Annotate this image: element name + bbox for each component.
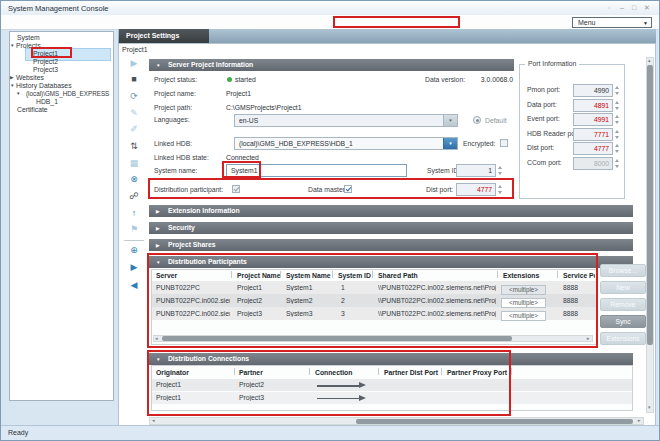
- linked-hdb-label: Linked HDB:: [154, 140, 192, 147]
- cell-extensions[interactable]: <multiple>: [501, 285, 546, 295]
- main-vscrollbar-thumb[interactable]: [647, 65, 653, 345]
- linked-hdb-state-value: Connected: [226, 154, 259, 161]
- save-project-icon[interactable]: ▦: [122, 158, 146, 168]
- ccom-port-input[interactable]: 8000: [573, 157, 613, 170]
- col-partner[interactable]: Partner: [239, 369, 263, 376]
- forward-icon[interactable]: ▶: [122, 262, 146, 272]
- status-bar: Ready: [1, 425, 659, 440]
- data-version-value: 3.0.0068.0: [469, 76, 513, 83]
- participants-hscrollbar-thumb[interactable]: [162, 336, 512, 341]
- toolbar-separator: [124, 240, 144, 241]
- section-project-shares[interactable]: ▶ Project Shares: [149, 239, 633, 251]
- system-name-input[interactable]: System1: [226, 164, 407, 177]
- system-id-spinner[interactable]: [497, 164, 504, 177]
- link-hdb-icon[interactable]: ☍: [122, 191, 146, 201]
- system-id-input[interactable]: 1: [456, 164, 496, 177]
- default-radio[interactable]: [473, 116, 481, 124]
- event-port-spinner[interactable]: [614, 113, 621, 126]
- pmon-port-spinner[interactable]: [614, 84, 621, 97]
- cell-project: Project1: [237, 284, 281, 291]
- restart-project-icon[interactable]: ⟳: [122, 91, 146, 101]
- section-distribution-connections[interactable]: ▼ Distribution Connections: [149, 353, 633, 365]
- sync-button[interactable]: Sync: [600, 315, 646, 328]
- scroll-left-icon[interactable]: ◄: [151, 418, 155, 424]
- languages-combobox[interactable]: en-US ▼: [234, 114, 458, 127]
- start-project-icon[interactable]: ▶: [122, 58, 146, 68]
- scroll-up-icon[interactable]: ▲: [647, 58, 651, 64]
- project-path-value: C:\GMSProjects\Project1: [226, 104, 302, 111]
- hdb-reader-port-input[interactable]: 7771: [573, 128, 613, 141]
- expanded-arrow-icon[interactable]: ▼: [10, 91, 22, 96]
- col-system-name[interactable]: System Name: [286, 272, 331, 279]
- encrypted-label: Encrypted:: [463, 140, 496, 147]
- col-service-port[interactable]: Service Po: [563, 272, 595, 279]
- cell-service-port: 8888: [563, 284, 591, 291]
- event-port-input[interactable]: 4991: [573, 113, 613, 126]
- dist-port-input[interactable]: 4777: [456, 183, 496, 196]
- browse-button[interactable]: Browse...: [600, 264, 646, 277]
- upgrade-project-icon[interactable]: ⇅: [122, 141, 146, 151]
- maximize-icon[interactable]: □: [628, 3, 640, 13]
- col-partner-dist-port[interactable]: Partner Dist Port: [384, 369, 438, 376]
- section-extension-information[interactable]: ▶ Extension Information: [149, 205, 633, 217]
- status-text: Ready: [8, 429, 28, 436]
- pin-icon[interactable]: ⚑: [122, 224, 146, 234]
- section-security[interactable]: ▶ Security: [149, 222, 633, 234]
- tab-project-settings[interactable]: Project Settings: [119, 29, 209, 43]
- main-hscrollbar-thumb[interactable]: [356, 419, 633, 424]
- data-master-checkbox[interactable]: [344, 185, 352, 193]
- extensions-button[interactable]: Extensions: [600, 332, 646, 345]
- minimize-icon[interactable]: –: [616, 3, 628, 13]
- col-server[interactable]: Server: [156, 272, 177, 279]
- collapsed-arrow-icon: ▶: [156, 240, 166, 252]
- dist-port-group-spinner[interactable]: [614, 142, 621, 155]
- pmon-port-input[interactable]: 4990: [573, 84, 613, 97]
- col-shared-path[interactable]: Shared Path: [378, 272, 418, 279]
- tree-item-certificate[interactable]: Certificate: [10, 106, 110, 115]
- menu-dropdown[interactable]: Menu ▼: [572, 17, 652, 28]
- copy-project-icon[interactable]: ✐: [122, 124, 146, 134]
- col-originator[interactable]: Originator: [156, 369, 189, 376]
- cell-extensions[interactable]: <multiple>: [501, 311, 546, 321]
- stop-project-icon[interactable]: ■: [122, 74, 146, 84]
- cell-id: 3: [341, 310, 361, 317]
- linked-hdb-combobox[interactable]: (local)\GMS_HDB_EXPRESS\HDB_1 ▼: [234, 137, 458, 150]
- dist-port-label: Dist port:: [426, 186, 453, 193]
- close-icon[interactable]: ✕: [641, 3, 653, 13]
- distribution-participant-checkbox[interactable]: [232, 185, 240, 193]
- data-port-spinner[interactable]: [614, 99, 621, 112]
- dropdown-arrow-icon[interactable]: ▼: [443, 115, 457, 126]
- ccom-port-spinner[interactable]: [614, 157, 621, 170]
- col-system-id[interactable]: System ID: [338, 272, 371, 279]
- section-distribution-participants[interactable]: ▼ Distribution Participants: [149, 256, 633, 268]
- scroll-right-icon[interactable]: ►: [637, 418, 641, 424]
- dist-port-group-input[interactable]: 4777: [573, 142, 613, 155]
- back-icon[interactable]: ◀: [122, 280, 146, 290]
- restore-hdb-icon[interactable]: ↑: [122, 208, 146, 218]
- cell-originator: Project1: [156, 394, 232, 401]
- col-connection[interactable]: Connection: [315, 369, 352, 376]
- cell-server: PUNBT022PC.in002.sieme: [156, 297, 230, 304]
- edit-project-icon[interactable]: ✎: [122, 108, 146, 118]
- connection-arrow-icon: [317, 385, 359, 387]
- remove-button[interactable]: Remove: [600, 298, 646, 311]
- delete-project-icon[interactable]: ⊗: [122, 174, 146, 184]
- scroll-down-icon[interactable]: ▼: [647, 405, 651, 411]
- cell-extensions[interactable]: <multiple>: [501, 298, 546, 308]
- pmon-port-label: Pmon port:: [527, 86, 560, 93]
- project-path-label: Project path:: [154, 104, 192, 111]
- hdb-reader-port-spinner[interactable]: [614, 128, 621, 141]
- col-project-name[interactable]: Project Name: [237, 272, 280, 279]
- dropdown-arrow-icon[interactable]: ▼: [443, 138, 457, 149]
- encrypted-checkbox[interactable]: [500, 139, 508, 147]
- cell-path: \\PUNBT022PC.in002.siemens.net\Project3: [378, 310, 496, 317]
- col-extensions[interactable]: Extensions: [503, 272, 539, 279]
- col-partner-proxy-port[interactable]: Partner Proxy Port: [447, 369, 507, 376]
- new-button[interactable]: New: [600, 281, 646, 294]
- scroll-left-icon[interactable]: ◄: [154, 336, 158, 342]
- scroll-right-icon[interactable]: ►: [586, 336, 590, 342]
- add-icon[interactable]: ⊕: [122, 245, 146, 255]
- dist-port-spinner[interactable]: [497, 183, 504, 196]
- section-server-project-information[interactable]: ▼ Server Project Information: [149, 59, 514, 71]
- data-port-input[interactable]: 4891: [573, 99, 613, 112]
